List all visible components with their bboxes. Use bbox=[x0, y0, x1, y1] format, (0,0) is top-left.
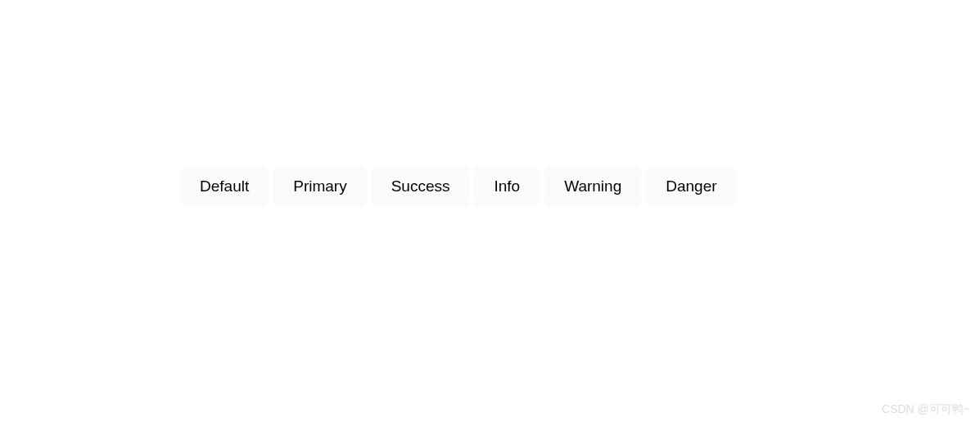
default-button[interactable]: Default bbox=[180, 166, 269, 207]
primary-button[interactable]: Primary bbox=[273, 166, 366, 207]
watermark-text: CSDN @可可鸭~ bbox=[882, 402, 970, 417]
info-button[interactable]: Info bbox=[474, 166, 540, 207]
warning-button[interactable]: Warning bbox=[544, 166, 641, 207]
danger-button[interactable]: Danger bbox=[646, 166, 736, 207]
success-button[interactable]: Success bbox=[372, 166, 470, 207]
button-row: Default Primary Success Info Warning Dan… bbox=[180, 166, 737, 207]
